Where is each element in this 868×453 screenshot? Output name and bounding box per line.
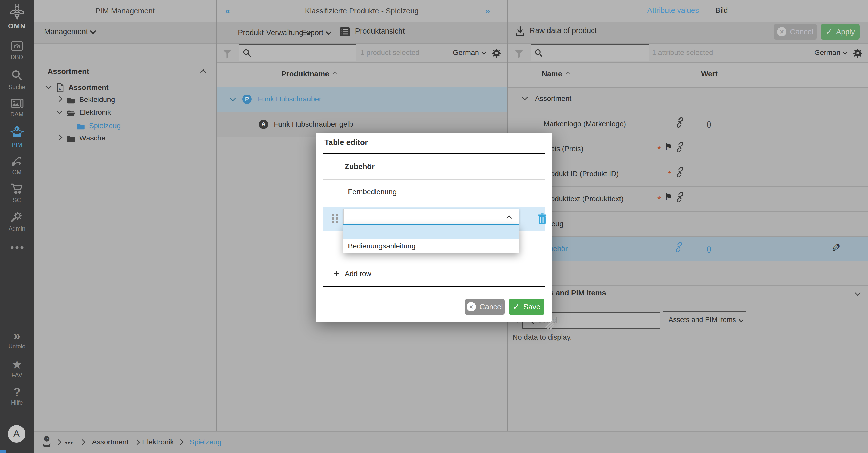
attribute-group-assortment[interactable]: Assortment (523, 95, 571, 102)
delete-trash-icon[interactable] (537, 213, 547, 225)
editor-column-header: Zubehör (345, 163, 375, 170)
sidebar-item-label: SC (0, 197, 34, 204)
modal-save-button[interactable]: ✓ Save (509, 299, 544, 315)
sidebar-item-admin[interactable]: Admin (0, 211, 34, 232)
product-view-button[interactable]: Produktansicht (339, 27, 405, 37)
raw-data-header: Raw data of product (515, 26, 597, 37)
bee-logo-icon (8, 4, 26, 21)
dropdown-option[interactable]: Bedienungsanleitung (343, 239, 519, 253)
collapse-section-icon[interactable] (200, 69, 207, 75)
search-icon (11, 69, 23, 81)
product-management-menu[interactable]: Produkt-Verwaltung (238, 29, 311, 36)
pim-box-icon: P (10, 126, 24, 139)
attributes-apply-button[interactable]: ✓ Apply (821, 24, 860, 39)
tree-item-waesche[interactable]: Wäsche (57, 135, 105, 146)
management-menu[interactable]: Management (44, 28, 95, 35)
raw-data-title: Raw data of product (530, 26, 597, 35)
assets-filter-dropdown[interactable]: Assets and PIM items (663, 311, 746, 328)
product-column-header[interactable]: Produktname (281, 70, 337, 78)
tree-item-bekleidung[interactable]: Bekleidung (57, 96, 115, 107)
unlink-icon[interactable] (675, 117, 685, 128)
chevron-down-icon (46, 84, 52, 89)
nav-next-button[interactable]: » (485, 6, 490, 15)
tree-item-label: Spielzeug (89, 122, 121, 130)
sidebar-item-cm[interactable]: CM (0, 155, 34, 176)
product-row-name[interactable]: Funk Hubschrauber gelb (274, 121, 353, 128)
sidebar-item-label: Unfold (0, 343, 34, 350)
dropdown-option-empty[interactable] (343, 225, 519, 239)
tree-item-elektronik[interactable]: Elektronik (57, 109, 111, 120)
attribute-value: () (707, 245, 711, 252)
sidebar-item-sc[interactable]: SC (0, 182, 34, 204)
attribute-search-input[interactable] (546, 45, 648, 61)
chevron-down-icon[interactable] (855, 290, 861, 296)
plus-icon: + (334, 268, 339, 279)
chevron-down-icon (57, 108, 63, 114)
avatar-letter: A (13, 428, 20, 440)
export-menu[interactable]: Export (302, 29, 331, 36)
unlink-icon[interactable] (675, 167, 685, 177)
tab-attribute-values[interactable]: Attribute values (647, 6, 699, 14)
article-type-badge: A (259, 120, 268, 129)
sidebar-item-dam[interactable]: DAM (0, 98, 34, 118)
sidebar-item-suche[interactable]: Suche (0, 69, 34, 91)
add-row-button[interactable]: + Add row (334, 268, 371, 278)
sidebar-more-button[interactable] (0, 245, 34, 251)
attribute-language-select[interactable]: German (814, 49, 847, 56)
editor-row-fernbedienung[interactable]: Fernbedienung (348, 188, 397, 195)
modal-cancel-button[interactable]: × Cancel (465, 299, 504, 315)
flag-icon[interactable]: ⚑ (664, 192, 673, 202)
cancel-x-icon: × (777, 27, 786, 36)
omn-logo[interactable]: OMN (0, 4, 34, 30)
tree-item-assortment-root[interactable]: c Assortment (46, 83, 109, 95)
assets-search-input[interactable] (537, 313, 659, 328)
modal-resize-handle[interactable] (540, 316, 555, 330)
required-marker: * (668, 170, 671, 179)
filter-funnel-icon[interactable] (515, 50, 523, 60)
sidebar-item-fav[interactable]: ★ FAV (0, 358, 34, 379)
cancel-x-icon: × (467, 302, 476, 312)
sidebar-item-label: DBD (0, 54, 34, 61)
attribute-column-wert[interactable]: Wert (701, 70, 718, 78)
sidebar-item-label: Admin (0, 225, 34, 232)
edit-pencil-icon[interactable]: ✎ (831, 242, 840, 254)
breadcrumb-ellipsis[interactable]: ••• (65, 440, 73, 446)
attribute-column-name[interactable]: Name (542, 70, 570, 78)
sidebar-item-dbd[interactable]: DBD (0, 41, 34, 61)
unlink-icon[interactable] (675, 142, 685, 152)
question-mark-icon: ? (0, 386, 34, 398)
attributes-cancel-button[interactable]: × Cancel (774, 24, 817, 39)
breadcrumb-item-assortment[interactable]: Assortment (92, 439, 129, 446)
settings-gear-icon[interactable] (491, 47, 502, 59)
sidebar-item-pim[interactable]: P PIM (0, 126, 34, 149)
attribute-row-produkttext[interactable]: Produkttext (Produkttext) (544, 195, 624, 202)
attribute-row-produkt-id[interactable]: Produkt ID (Produkt ID) (544, 170, 619, 177)
sidebar-item-hilfe[interactable]: ? Hilfe (0, 386, 34, 406)
product-search-input[interactable] (254, 45, 355, 61)
settings-gear-icon[interactable] (852, 47, 863, 59)
product-row-name[interactable]: Funk Hubschrauber (258, 96, 321, 103)
tree-item-spielzeug[interactable]: Spielzeug (76, 122, 121, 133)
tree-item-label: Elektronik (79, 108, 111, 116)
tab-bild[interactable]: Bild (715, 6, 728, 14)
attribute-value: () (707, 120, 711, 128)
shopping-cart-icon (10, 182, 24, 194)
breadcrumb-item-spielzeug[interactable]: Spielzeug (190, 439, 221, 446)
editor-table: Zubehör Fernbedienung (323, 153, 545, 287)
filter-funnel-icon[interactable] (223, 50, 232, 60)
header-divider (323, 179, 545, 180)
breadcrumb-item-elektronik[interactable]: Elektronik (142, 439, 174, 446)
unlink-icon[interactable] (674, 242, 684, 252)
user-avatar[interactable]: A (8, 425, 25, 443)
attribute-row-markenlogo[interactable]: Markenlogo (Markenlogo) (544, 120, 626, 128)
tree-item-label: Wäsche (79, 134, 105, 142)
value-dropdown-input[interactable] (343, 209, 519, 225)
chevron-down-icon (481, 50, 486, 55)
product-language-select[interactable]: German (453, 49, 486, 56)
required-marker: * (657, 144, 661, 153)
sidebar-item-unfold[interactable]: » Unfold (0, 330, 34, 350)
unlink-icon[interactable] (675, 192, 685, 202)
corner-accent (0, 450, 6, 453)
drag-handle-icon[interactable] (332, 214, 338, 223)
flag-icon[interactable]: ⚑ (664, 141, 673, 152)
